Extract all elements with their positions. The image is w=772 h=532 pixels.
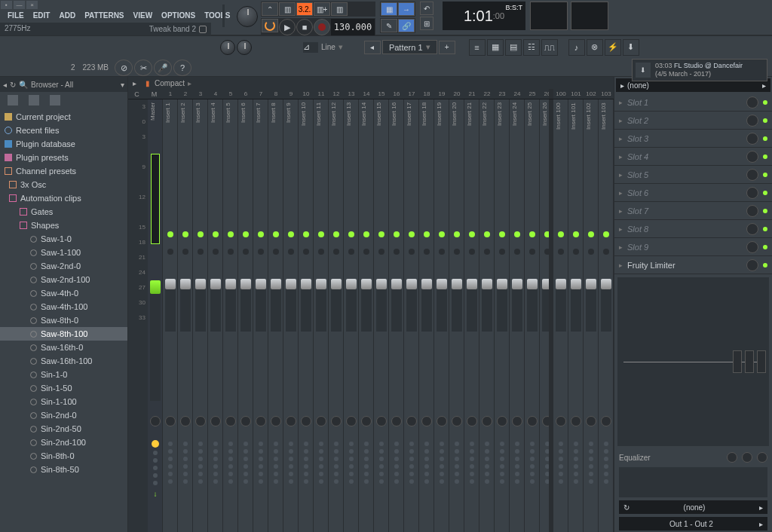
fx-slot[interactable]: ▸Slot 3 <box>614 130 772 148</box>
browser-search-icon[interactable]: 🔍 <box>19 81 28 89</box>
browser-item[interactable]: Sin-8th-0 <box>0 449 127 463</box>
browser-item[interactable]: Saw-8th-0 <box>0 313 127 327</box>
track-pan-knob[interactable] <box>376 416 387 427</box>
undo-icon[interactable]: ↶ <box>420 2 433 15</box>
render-icon[interactable]: ⬇ <box>623 39 639 56</box>
mixer-track[interactable]: Insert 20 <box>449 99 464 532</box>
mixer-track[interactable]: Insert 3 <box>193 99 208 532</box>
track-pan-knob[interactable] <box>165 416 176 427</box>
browser-item[interactable]: Sin-1-100 <box>0 395 127 408</box>
link-icon[interactable]: 🔗 <box>398 19 415 32</box>
track-enable-led[interactable] <box>198 231 204 237</box>
browser-item[interactable]: Saw-4th-100 <box>0 300 127 313</box>
stop-button[interactable]: ■ <box>296 19 313 35</box>
mixer-add-icon[interactable]: ▮ <box>146 79 150 87</box>
panic-button[interactable]: ⊘ <box>115 60 133 76</box>
plugin-icon[interactable]: ⚡ <box>605 39 621 56</box>
loop-icon[interactable] <box>262 19 278 32</box>
browser-item[interactable]: Saw-1-0 <box>0 232 127 246</box>
mixer-view-label[interactable]: Compact <box>155 79 185 87</box>
eq-mid-knob[interactable] <box>742 452 752 463</box>
track-fader[interactable] <box>195 279 206 332</box>
mixer-track[interactable]: Insert 13 <box>344 99 359 532</box>
swing-knob[interactable] <box>220 40 235 55</box>
main-volume-slider[interactable] <box>222 5 225 27</box>
browser-item[interactable]: Saw-4th-0 <box>0 286 127 300</box>
master-fader[interactable] <box>150 280 161 401</box>
mixer-track[interactable]: Insert 12 <box>329 99 344 532</box>
mixer-track[interactable]: Insert 11 <box>314 99 329 532</box>
menu-file[interactable]: FILE <box>3 10 29 23</box>
browser-item[interactable]: Shapes <box>0 219 127 232</box>
output-selector[interactable]: Out 1 - Out 2▸ <box>619 517 767 530</box>
track-pan-knob[interactable] <box>482 416 492 427</box>
browser-item[interactable]: Plugin database <box>0 137 127 151</box>
browser-back-icon[interactable]: ◂ <box>3 81 7 89</box>
info-button[interactable]: ? <box>173 60 191 76</box>
fx-enable-led[interactable] <box>763 118 767 123</box>
track-pan-knob[interactable] <box>210 416 221 427</box>
main-pitch-knob[interactable] <box>237 6 258 27</box>
track-fader[interactable] <box>180 279 191 332</box>
fx-enable-led[interactable] <box>763 263 767 268</box>
track-enable-led[interactable] <box>243 231 249 237</box>
mixer-track[interactable]: Insert 24 <box>510 99 525 532</box>
mixer-track[interactable]: Insert 21 <box>464 99 479 532</box>
snap-icon[interactable]: ⊿ <box>303 42 318 53</box>
browser-item[interactable]: Sin-2nd-50 <box>0 422 127 436</box>
wait-icon[interactable]: ▥ <box>331 2 348 16</box>
mixer-track[interactable]: Insert 100 <box>553 99 568 532</box>
track-fader[interactable] <box>527 279 538 332</box>
browser-item[interactable]: Saw-1-100 <box>0 246 127 259</box>
browser-item[interactable]: Sin-2nd-0 <box>0 408 127 422</box>
track-enable-led[interactable] <box>544 231 549 237</box>
track-fader[interactable] <box>165 279 176 332</box>
track-fader[interactable] <box>361 279 372 332</box>
shuffle-knob[interactable] <box>237 40 252 55</box>
mixer-track[interactable]: Insert 14 <box>359 99 374 532</box>
fx-mix-knob[interactable] <box>746 133 758 145</box>
mixer-track[interactable]: Insert 6 <box>238 99 253 532</box>
news-panel[interactable]: ⬇ 03:03 FL Studio @ Dancefair (4/5 March… <box>632 59 767 81</box>
mic-icon[interactable]: 🎤 <box>154 60 172 76</box>
browser-item[interactable]: Automation clips <box>0 191 127 205</box>
track-enable-led[interactable] <box>288 231 294 237</box>
metronome-icon[interactable]: ▥+ <box>314 2 330 16</box>
master-enable-led[interactable] <box>152 440 159 448</box>
track-enable-led[interactable] <box>529 231 535 237</box>
track-enable-led[interactable] <box>228 231 234 237</box>
system-menu-icon[interactable]: ▪ <box>1 1 12 9</box>
fx-slot[interactable]: ▸Slot 8 <box>614 220 772 238</box>
track-enable-led[interactable] <box>499 231 505 237</box>
browser-item[interactable]: Sin-2nd-100 <box>0 436 127 449</box>
track-enable-led[interactable] <box>258 231 264 237</box>
browser-item[interactable]: Plugin presets <box>0 151 127 164</box>
pattern-selector[interactable]: Pattern 1▾ <box>382 40 437 54</box>
track-fader[interactable] <box>571 279 581 332</box>
track-fader[interactable] <box>331 279 342 332</box>
menu-options[interactable]: OPTIONS <box>157 10 200 23</box>
track-enable-led[interactable] <box>424 231 430 237</box>
track-pan-knob[interactable] <box>391 416 402 427</box>
mixer-track[interactable]: Insert 15 <box>374 99 389 532</box>
track-pan-knob[interactable] <box>406 416 417 427</box>
eq-graph[interactable] <box>619 467 767 497</box>
pianoroll-icon[interactable]: ▤ <box>505 39 522 56</box>
track-pan-knob[interactable] <box>195 416 206 427</box>
track-pan-knob[interactable] <box>256 416 266 427</box>
track-enable-led[interactable] <box>409 231 415 237</box>
fx-slot[interactable]: ▸Slot 9 <box>614 238 772 256</box>
fx-mix-knob[interactable] <box>746 96 758 109</box>
track-pan-knob[interactable] <box>180 416 191 427</box>
menu-view[interactable]: VIEW <box>129 10 158 23</box>
track-pan-knob[interactable] <box>271 416 281 427</box>
track-fader[interactable] <box>542 279 549 332</box>
mixer-track[interactable]: Insert 2 <box>178 99 193 532</box>
track-enable-led[interactable] <box>394 231 400 237</box>
mixer-track[interactable]: Insert 9 <box>283 99 299 532</box>
track-enable-led[interactable] <box>182 231 188 237</box>
browser-item[interactable]: Gates <box>0 205 127 219</box>
fx-mix-knob[interactable] <box>746 151 758 163</box>
track-pan-knob[interactable] <box>452 416 462 427</box>
play-button[interactable]: ▶ <box>279 19 296 35</box>
